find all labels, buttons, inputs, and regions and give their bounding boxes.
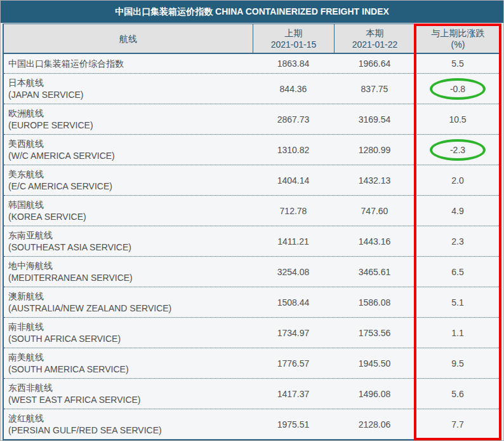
ccfi-page: 中国出口集装箱运价指数 CHINA CONTAINERIZED FREIGHT …	[0, 0, 504, 441]
change-value: 1.1	[451, 328, 463, 338]
current-period-value: 747.60	[334, 196, 415, 226]
route-name-en: (E/C AMERICA SERVICE)	[8, 180, 112, 193]
change-unit: (%)	[451, 39, 465, 50]
current-period-value: 1432.13	[334, 165, 415, 195]
route-cell: 欧洲航线 (EUROPE SERVICE)	[4, 104, 253, 134]
current-period-value: 3169.54	[334, 104, 415, 134]
table-row: 中国出口集装箱运价综合指数 1863.84 1966.64 5.5	[4, 54, 500, 73]
change-value: 5.5	[451, 58, 463, 69]
route-name-cn: 韩国航线	[8, 199, 44, 211]
table-row: 日本航线 (JAPAN SERVICE) 844.36 837.75 -0.8	[4, 73, 500, 104]
prev-period-value: 1734.97	[253, 318, 334, 348]
table-header-row: 航线 上期 2021-01-15 本期 2021-01-22 与上期比涨跌 (%…	[4, 24, 500, 54]
route-name-en: (EUROPE SERVICE)	[8, 119, 93, 132]
route-name-cn: 日本航线	[8, 77, 44, 89]
prev-period-value: 1310.82	[253, 135, 334, 165]
route-cell: 美东航线 (E/C AMERICA SERVICE)	[4, 165, 253, 195]
route-name-en: (SOUTH AFRICA SERVICE)	[8, 333, 121, 345]
current-period-value: 1586.08	[334, 287, 415, 317]
change-value: 9.5	[451, 358, 463, 369]
prev-period-value: 2867.73	[253, 104, 334, 134]
prev-period-value: 1776.57	[253, 348, 334, 378]
change-cell: 1.1	[415, 318, 500, 348]
prev-period-value: 1417.37	[253, 379, 334, 409]
route-name-cn: 美东航线	[8, 168, 44, 180]
change-label: 与上期比涨跌	[432, 27, 485, 39]
change-cell: 5.5	[415, 54, 500, 73]
route-name-en: (AUSTRALIA/NEW ZEALAND SERVICE)	[8, 302, 171, 315]
table-row: 波红航线 (PERSIAN GULF/RED SEA SERVICE) 1975…	[4, 409, 500, 439]
curr-period-date: 2021-01-22	[352, 39, 398, 50]
route-cell: 东西非航线 (WEST EAST AFRICA SERVICE)	[4, 379, 253, 409]
route-name-cn: 地中海航线	[8, 260, 53, 272]
table-row: 美西航线 (W/C AMERICA SERVICE) 1310.82 1280.…	[4, 134, 500, 165]
change-cell: 6.5	[415, 257, 500, 287]
prev-period-label: 上期	[285, 27, 303, 39]
route-name-cn: 美西航线	[8, 138, 44, 150]
current-period-value: 1753.56	[334, 318, 415, 348]
route-cell: 波红航线 (PERSIAN GULF/RED SEA SERVICE)	[4, 409, 253, 439]
change-cell: 4.9	[415, 196, 500, 226]
route-name-en: (PERSIAN GULF/RED SEA SERVICE)	[8, 424, 162, 437]
change-value-circled: -2.3	[430, 139, 486, 161]
route-name-cn: 南美航线	[8, 351, 44, 363]
table-row: 澳新航线 (AUSTRALIA/NEW ZEALAND SERVICE) 150…	[4, 287, 500, 317]
route-name-cn: 东南亚航线	[8, 229, 53, 241]
change-cell: 9.5	[415, 348, 500, 378]
current-period-value: 1280.99	[334, 135, 415, 165]
route-name-en: (SOUTH AMERICA SERVICE)	[8, 363, 129, 376]
change-cell: -0.8	[415, 74, 500, 104]
change-value-circled: -0.8	[430, 78, 486, 100]
current-period-value: 3465.61	[334, 257, 415, 287]
route-name-en: (WEST EAST AFRICA SERVICE)	[8, 394, 141, 406]
col-header-change: 与上期比涨跌 (%)	[415, 24, 500, 53]
current-period-value: 1443.16	[334, 226, 415, 256]
route-cell: 澳新航线 (AUSTRALIA/NEW ZEALAND SERVICE)	[4, 287, 253, 317]
change-value: 5.6	[451, 389, 463, 399]
route-name-cn: 欧洲航线	[8, 107, 44, 119]
prev-period-value: 712.78	[253, 196, 334, 226]
change-value: 2.3	[451, 236, 463, 247]
route-name-en: (SOUTHEAST ASIA SERVICE)	[8, 241, 131, 254]
table-row: 韩国航线 (KOREA SERVICE) 712.78 747.60 4.9	[4, 195, 500, 226]
current-period-value: 1966.64	[334, 54, 415, 73]
route-cell: 韩国航线 (KOREA SERVICE)	[4, 196, 253, 226]
prev-period-value: 1975.51	[253, 409, 334, 439]
prev-period-value: 3254.08	[253, 257, 334, 287]
route-name-en: (MEDITERRANEAN SERVICE)	[8, 272, 133, 284]
route-name-cn: 中国出口集装箱运价综合指数	[8, 58, 124, 70]
change-cell: 5.6	[415, 379, 500, 409]
change-cell: 5.1	[415, 287, 500, 317]
page-title: 中国出口集装箱运价指数 CHINA CONTAINERIZED FREIGHT …	[1, 1, 503, 23]
change-cell: -2.3	[415, 135, 500, 165]
table-row: 美东航线 (E/C AMERICA SERVICE) 1404.14 1432.…	[4, 165, 500, 195]
prev-period-value: 1411.21	[253, 226, 334, 256]
table-row: 地中海航线 (MEDITERRANEAN SERVICE) 3254.08 34…	[4, 256, 500, 287]
change-value: 2.0	[451, 175, 463, 186]
table-row: 南非航线 (SOUTH AFRICA SERVICE) 1734.97 1753…	[4, 317, 500, 348]
current-period-value: 1496.08	[334, 379, 415, 409]
col-header-prev-period: 上期 2021-01-15	[253, 24, 334, 53]
prev-period-value: 1508.44	[253, 287, 334, 317]
route-cell: 中国出口集装箱运价综合指数	[4, 54, 253, 73]
change-cell: 10.5	[415, 104, 500, 134]
change-value: 7.7	[451, 419, 463, 430]
route-cell: 南美航线 (SOUTH AMERICA SERVICE)	[4, 348, 253, 378]
prev-period-date: 2021-01-15	[271, 39, 317, 50]
change-value: 4.9	[451, 206, 463, 216]
prev-period-value: 1863.84	[253, 54, 334, 73]
prev-period-value: 844.36	[253, 74, 334, 104]
change-value: 10.5	[449, 114, 466, 125]
col-header-curr-period: 本期 2021-01-22	[334, 24, 415, 53]
route-cell: 日本航线 (JAPAN SERVICE)	[4, 74, 253, 104]
route-name-en: (KOREA SERVICE)	[8, 211, 86, 223]
route-name-cn: 东西非航线	[8, 382, 53, 394]
prev-period-value: 1404.14	[253, 165, 334, 195]
curr-period-label: 本期	[366, 27, 384, 39]
table-row: 东西非航线 (WEST EAST AFRICA SERVICE) 1417.37…	[4, 378, 500, 409]
route-name-cn: 澳新航线	[8, 290, 44, 302]
route-cell: 地中海航线 (MEDITERRANEAN SERVICE)	[4, 257, 253, 287]
col-header-route: 航线	[4, 24, 253, 53]
change-value: 6.5	[451, 267, 463, 277]
change-value: 5.1	[451, 297, 463, 308]
